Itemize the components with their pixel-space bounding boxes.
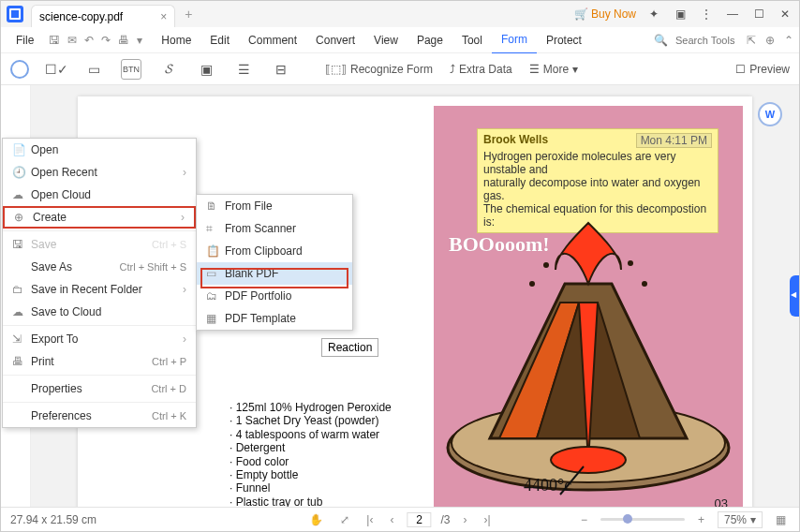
preview-toggle[interactable]: ☐ Preview [735, 63, 790, 76]
file-menu[interactable]: File [7, 27, 43, 53]
from-scanner-item[interactable]: ⌗From Scanner [197, 217, 352, 240]
btn-tool-icon[interactable]: BTN [121, 59, 141, 80]
material-item: Empty bottle [230, 468, 392, 481]
page-total-label: /3 [440, 513, 450, 526]
more-label: More [543, 63, 569, 76]
maximize-button[interactable]: ☐ [750, 6, 767, 22]
statusbar: 27.94 x 21.59 cm ✋ ⤢ |‹ ‹ /3 › ›| − + 75… [1, 507, 799, 531]
recognize-form-button[interactable]: ⟦⬚⟧ Recognize Form [325, 63, 433, 76]
materials-list: 125ml 10% Hydrogen Peroxide1 Sachet Dry … [230, 401, 392, 507]
save-cloud-item[interactable]: ☁Save to Cloud [3, 301, 196, 323]
pdf-template-item[interactable]: ▦PDF Template [197, 307, 352, 330]
create-item[interactable]: ⊕Create› [3, 206, 196, 229]
save-recent-folder-item[interactable]: 🗀Save in Recent Folder› [3, 278, 196, 301]
chevron-down-icon: ▾ [572, 63, 578, 76]
textfield-tool-icon[interactable]: ▭ [83, 59, 104, 80]
zoom-out-button[interactable]: − [577, 513, 591, 526]
undo-icon[interactable]: ↶ [84, 34, 94, 47]
new-tab-button[interactable]: + [185, 7, 192, 22]
qat-dropdown-icon[interactable]: ▾ [137, 34, 142, 47]
file-dropdown: 📄Open 🕘Open Recent› ☁Open Cloud ⊕Create›… [2, 138, 197, 428]
notifications-icon[interactable]: ✦ [645, 6, 662, 22]
convert-tab[interactable]: Convert [306, 27, 364, 53]
preview-checkbox[interactable]: ☐ [735, 63, 746, 76]
preferences-item[interactable]: PreferencesCtrl + K [3, 405, 196, 427]
titlebar: science-copy.pdf × + 🛒 Buy Now ✦ ▣ ⋮ — ☐… [1, 1, 799, 27]
first-page-button[interactable]: |‹ [363, 513, 377, 526]
open-recent-item[interactable]: 🕘Open Recent› [3, 161, 196, 184]
material-item: Funnel [230, 481, 392, 495]
save-icon[interactable]: 🖫 [49, 34, 60, 47]
cloud-icon[interactable]: ⊕ [765, 34, 775, 47]
print-item[interactable]: 🖶PrintCtrl + P [3, 350, 196, 373]
print-icon[interactable]: 🖶 [118, 34, 129, 47]
save-as-item[interactable]: Save AsCtrl + Shift + S [3, 256, 196, 278]
minimize-button[interactable]: — [724, 6, 741, 22]
create-submenu: 🗎From File ⌗From Scanner 📋From Clipboard… [196, 194, 353, 331]
document-tab-label: science-copy.pdf [39, 10, 123, 23]
word-export-badge[interactable]: W [758, 102, 782, 126]
protect-tab[interactable]: Protect [537, 27, 591, 53]
listbox-tool-icon[interactable]: ☰ [233, 59, 254, 80]
open-cloud-item[interactable]: ☁Open Cloud [3, 184, 196, 206]
quick-access-toolbar: 🖫 ✉ ↶ ↷ 🖶 ▾ [49, 34, 142, 47]
buy-now-button[interactable]: 🛒 Buy Now [574, 7, 636, 21]
zoom-level-dropdown[interactable]: 75%▾ [718, 511, 763, 528]
right-drawer-handle[interactable] [790, 275, 799, 317]
page-tab[interactable]: Page [407, 27, 452, 53]
home-tab[interactable]: Home [152, 27, 200, 53]
comment-tab[interactable]: Comment [239, 27, 306, 53]
prev-page-button[interactable]: ‹ [386, 513, 397, 526]
material-item: Plastic tray or tub [230, 495, 392, 507]
chevron-down-icon: ▾ [750, 513, 756, 526]
dropdown-tool-icon[interactable]: ⊟ [271, 59, 291, 80]
view-tab[interactable]: View [364, 27, 407, 53]
material-item: Food color [230, 455, 392, 468]
open-item[interactable]: 📄Open [3, 139, 196, 161]
tool-tab[interactable]: Tool [452, 27, 492, 53]
overflow-menu-icon[interactable]: ⋮ [698, 6, 715, 22]
from-file-item[interactable]: 🗎From File [197, 195, 352, 217]
export-item[interactable]: ⇲Export To› [3, 328, 196, 350]
page-dimensions: 27.94 x 21.59 cm [10, 513, 96, 526]
next-page-button[interactable]: › [460, 513, 471, 526]
edit-tab[interactable]: Edit [200, 27, 239, 53]
upload-icon: ⤴ [450, 63, 455, 76]
svg-point-3 [543, 262, 549, 268]
fit-page-icon[interactable]: ▦ [772, 513, 790, 526]
extra-data-button[interactable]: ⤴ Extra Data [450, 63, 512, 76]
checkbox-tool-icon[interactable]: ☐✓ [46, 59, 67, 80]
share-icon[interactable]: ⇱ [747, 34, 756, 47]
ribbon-menubar: File 🖫 ✉ ↶ ↷ 🖶 ▾ Home Edit Comment Conve… [1, 27, 799, 53]
properties-item[interactable]: PropertiesCtrl + D [3, 377, 196, 400]
material-item: 1 Sachet Dry Yeast (powder) [230, 414, 392, 427]
search-input[interactable] [675, 35, 741, 46]
tray-icon[interactable]: ▣ [672, 6, 689, 22]
preview-label: Preview [749, 63, 790, 76]
form-tab[interactable]: Form [492, 26, 537, 54]
last-page-button[interactable]: ›| [481, 513, 495, 526]
save-item: 🖫SaveCtrl + S [3, 233, 196, 256]
radio-tool-icon[interactable] [10, 60, 29, 79]
image-field-tool-icon[interactable]: ▣ [196, 59, 216, 80]
page-number-input[interactable] [407, 512, 431, 527]
redo-icon[interactable]: ↷ [101, 34, 111, 47]
zoom-slider[interactable] [600, 518, 685, 521]
pdf-portfolio-item[interactable]: 🗂PDF Portfolio [197, 285, 352, 307]
select-tool-icon[interactable]: ⤢ [336, 513, 353, 526]
svg-point-6 [642, 281, 647, 287]
from-clipboard-item[interactable]: 📋From Clipboard [197, 240, 352, 262]
zoom-in-button[interactable]: + [694, 513, 708, 526]
close-tab-icon[interactable]: × [160, 10, 167, 23]
signature-tool-icon[interactable]: 𝓢 [158, 59, 179, 80]
blank-pdf-item[interactable]: ▭Blank PDF [197, 262, 352, 285]
document-tab[interactable]: science-copy.pdf × [31, 5, 175, 27]
close-window-button[interactable]: ✕ [777, 6, 793, 22]
recognize-icon: ⟦⬚⟧ [325, 63, 347, 76]
more-button[interactable]: ☰ More ▾ [529, 63, 578, 76]
collapse-ribbon-icon[interactable]: ⌃ [784, 34, 793, 47]
mail-icon[interactable]: ✉ [67, 34, 77, 47]
reaction-box: Reaction [321, 338, 378, 357]
search-tools[interactable]: 🔍 [654, 34, 741, 47]
hand-tool-icon[interactable]: ✋ [305, 513, 327, 526]
